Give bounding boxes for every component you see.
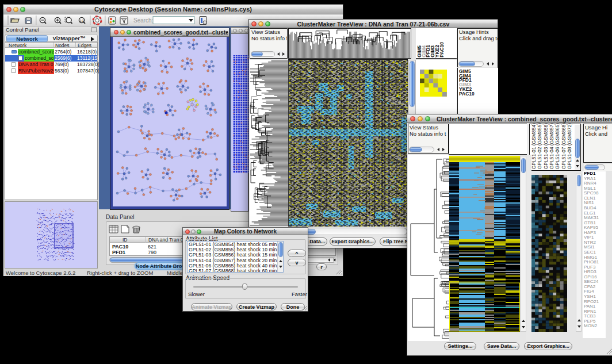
svg-text:1:1: 1:1 (80, 19, 84, 22)
svg-text:Search:: Search: (133, 17, 153, 24)
